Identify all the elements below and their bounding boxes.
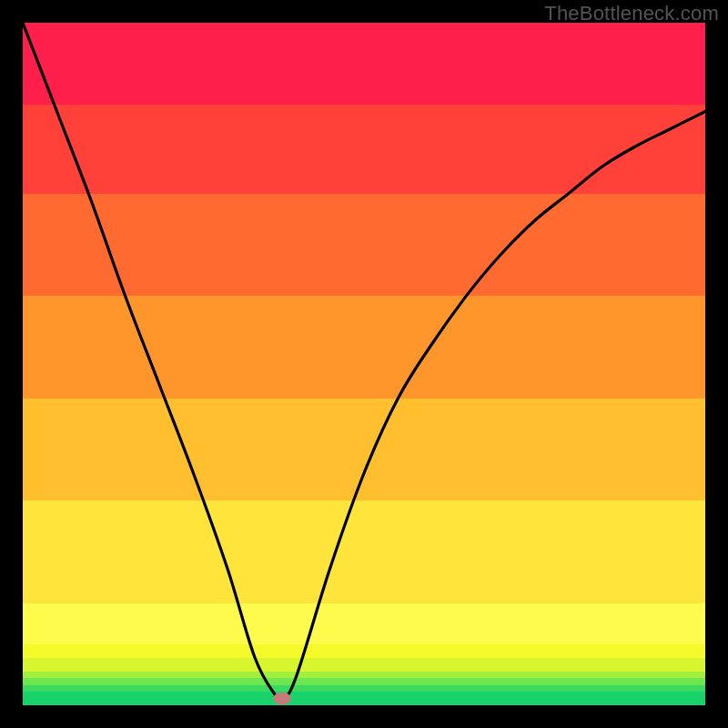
bottleneck-chart: [23, 23, 705, 705]
minimum-marker: [273, 693, 291, 705]
chart-frame: TheBottleneck.com: [0, 0, 728, 728]
watermark-text: TheBottleneck.com: [544, 2, 719, 25]
gradient-background: [23, 23, 705, 705]
